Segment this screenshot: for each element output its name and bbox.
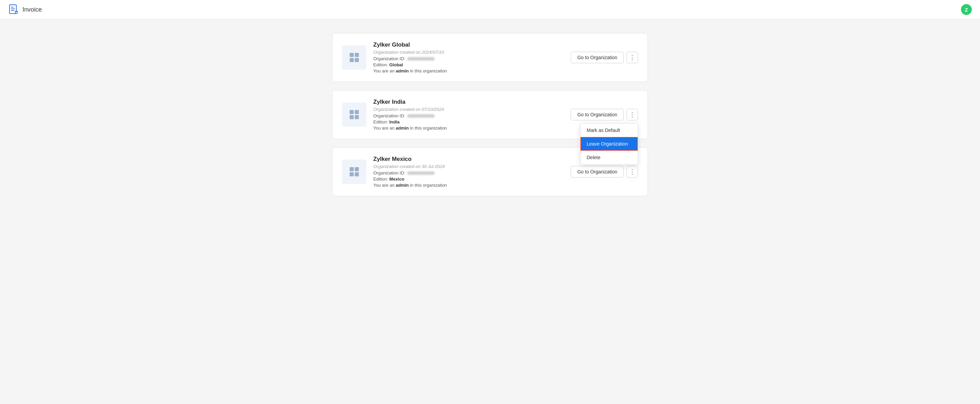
svg-rect-9 — [350, 58, 354, 62]
dropdown-menu-india: Mark as Default Leave Organization Delet… — [580, 123, 638, 165]
svg-rect-6 — [15, 12, 18, 13]
org-role-mexico: You are an admin in this organization — [373, 182, 564, 188]
org-id-label-global: Organization ID: — [373, 56, 405, 61]
org-id-row-global: Organization ID: — [373, 56, 564, 61]
svg-rect-16 — [355, 167, 359, 171]
org-actions-mexico: Go to Organization ⋮ — [571, 166, 638, 177]
mark-as-default-item[interactable]: Mark as Default — [581, 124, 638, 137]
org-actions-india: Go to Organization ⋮ Mark as Default Lea… — [571, 109, 638, 120]
org-id-row-india: Organization ID: — [373, 113, 564, 118]
org-name-mexico: Zylker Mexico — [373, 156, 564, 163]
org-info-mexico: Zylker Mexico Organization created on 30… — [373, 156, 564, 188]
svg-rect-17 — [350, 173, 354, 176]
org-created-mexico: Organization created on 30 Jul 2024 — [373, 164, 564, 169]
svg-rect-11 — [350, 110, 354, 114]
org-edition-india: Edition: India — [373, 119, 564, 124]
org-list: Zylker Global Organization created on 20… — [327, 33, 653, 196]
org-logo-global — [342, 45, 366, 70]
svg-rect-10 — [355, 58, 359, 62]
svg-rect-15 — [350, 167, 354, 171]
go-to-org-mexico[interactable]: Go to Organization — [571, 166, 624, 177]
org-logo-mexico — [342, 160, 366, 184]
org-id-label-india: Organization ID: — [373, 113, 405, 118]
svg-rect-3 — [11, 10, 14, 11]
svg-rect-18 — [355, 173, 359, 176]
svg-rect-13 — [350, 115, 354, 119]
org-name-india: Zylker India — [373, 98, 564, 105]
org-created-india: Organization created on 07/10/2024 — [373, 107, 564, 112]
svg-rect-12 — [355, 110, 359, 114]
org-edition-global: Edition: Global — [373, 62, 564, 67]
user-avatar[interactable]: Z — [961, 4, 972, 15]
org-id-label-mexico: Organization ID: — [373, 170, 405, 176]
org-id-blur-mexico — [407, 171, 434, 175]
app-header: Invoice Z — [0, 0, 980, 19]
org-name-global: Zylker Global — [373, 41, 564, 48]
org-id-row-mexico: Organization ID: — [373, 170, 564, 176]
org-logo-india — [342, 102, 366, 127]
org-actions-global: Go to Organization ⋮ — [571, 52, 638, 63]
go-to-org-global[interactable]: Go to Organization — [571, 52, 624, 63]
svg-rect-8 — [355, 53, 359, 57]
svg-rect-2 — [11, 8, 15, 9]
svg-rect-7 — [350, 53, 354, 57]
svg-rect-14 — [355, 115, 359, 119]
org-role-global: You are an admin in this organization — [373, 68, 564, 73]
more-options-global[interactable]: ⋮ — [627, 52, 638, 63]
invoice-icon — [8, 4, 19, 15]
org-created-global: Organization created on 2024/07/10 — [373, 50, 564, 55]
delete-item[interactable]: Delete — [581, 151, 638, 164]
app-title: Invoice — [22, 6, 42, 13]
go-to-org-india[interactable]: Go to Organization — [571, 109, 624, 120]
org-id-blur-india — [407, 114, 434, 118]
org-info-global: Zylker Global Organization created on 20… — [373, 41, 564, 73]
org-info-india: Zylker India Organization created on 07/… — [373, 98, 564, 131]
more-options-mexico[interactable]: ⋮ — [627, 166, 638, 177]
org-card-global: Zylker Global Organization created on 20… — [332, 33, 648, 82]
leave-organization-item[interactable]: Leave Organization — [581, 137, 638, 151]
more-options-india[interactable]: ⋮ — [627, 109, 638, 120]
org-card-india: Zylker India Organization created on 07/… — [332, 90, 648, 139]
svg-rect-1 — [11, 7, 14, 8]
header-left: Invoice — [8, 4, 42, 15]
org-edition-mexico: Edition: Mexico — [373, 176, 564, 182]
org-id-blur-global — [407, 57, 434, 60]
org-role-india: You are an admin in this organization — [373, 125, 564, 131]
